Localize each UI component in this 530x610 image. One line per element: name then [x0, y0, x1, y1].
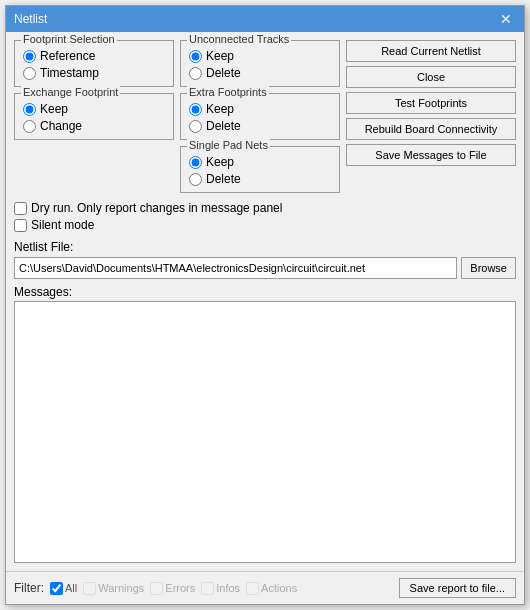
- single-pad-nets-label: Single Pad Nets: [187, 139, 270, 151]
- extra-footprints-group: Extra Footprints Keep Delete: [180, 93, 340, 140]
- footprint-selection-label: Footprint Selection: [21, 33, 117, 45]
- filter-infos-checkbox[interactable]: [201, 582, 214, 595]
- single-keep-option[interactable]: Keep: [189, 155, 331, 169]
- extra-keep-radio[interactable]: [189, 103, 202, 116]
- exchange-footprint-group: Exchange Footprint Keep Change: [14, 93, 174, 140]
- reference-radio[interactable]: [23, 50, 36, 63]
- rebuild-board-connectivity-button[interactable]: Rebuild Board Connectivity: [346, 118, 516, 140]
- filter-errors-checkbox[interactable]: [150, 582, 163, 595]
- extra-delete-radio[interactable]: [189, 120, 202, 133]
- close-button[interactable]: Close: [346, 66, 516, 88]
- filter-warnings-label: Warnings: [98, 582, 144, 594]
- single-keep-radio[interactable]: [189, 156, 202, 169]
- unconnected-delete-option[interactable]: Delete: [189, 66, 331, 80]
- exchange-keep-option[interactable]: Keep: [23, 102, 165, 116]
- unconnected-delete-label: Delete: [206, 66, 241, 80]
- extra-footprints-options: Keep Delete: [189, 102, 331, 133]
- messages-section: Messages:: [14, 285, 516, 563]
- read-current-netlist-button[interactable]: Read Current Netlist: [346, 40, 516, 62]
- netlist-dialog: Netlist ✕ Footprint Selection Reference: [5, 5, 525, 605]
- test-footprints-button[interactable]: Test Footprints: [346, 92, 516, 114]
- dialog-title: Netlist: [14, 12, 47, 26]
- timestamp-radio[interactable]: [23, 67, 36, 80]
- extra-keep-label: Keep: [206, 102, 234, 116]
- save-messages-to-file-button[interactable]: Save Messages to File: [346, 144, 516, 166]
- close-icon[interactable]: ✕: [496, 9, 516, 29]
- file-row: Browse: [14, 257, 516, 279]
- silent-mode-option[interactable]: Silent mode: [14, 218, 516, 232]
- unconnected-keep-label: Keep: [206, 49, 234, 63]
- unconnected-keep-radio[interactable]: [189, 50, 202, 63]
- messages-label: Messages:: [14, 285, 516, 299]
- timestamp-option[interactable]: Timestamp: [23, 66, 165, 80]
- single-keep-label: Keep: [206, 155, 234, 169]
- filter-actions-option[interactable]: Actions: [246, 582, 297, 595]
- filter-label: Filter:: [14, 581, 44, 595]
- filter-all-label: All: [65, 582, 77, 594]
- filter-infos-label: Infos: [216, 582, 240, 594]
- footprint-selection-options: Reference Timestamp: [23, 49, 165, 80]
- reference-option[interactable]: Reference: [23, 49, 165, 63]
- netlist-file-label: Netlist File:: [14, 240, 516, 254]
- timestamp-label: Timestamp: [40, 66, 99, 80]
- right-panel: Read Current Netlist Close Test Footprin…: [346, 40, 516, 193]
- single-pad-nets-options: Keep Delete: [189, 155, 331, 186]
- filter-infos-option[interactable]: Infos: [201, 582, 240, 595]
- unconnected-tracks-label: Unconnected Tracks: [187, 33, 291, 45]
- single-delete-radio[interactable]: [189, 173, 202, 186]
- checkbox-section: Dry run. Only report changes in message …: [14, 199, 516, 234]
- exchange-footprint-options: Keep Change: [23, 102, 165, 133]
- filter-errors-label: Errors: [165, 582, 195, 594]
- dry-run-label: Dry run. Only report changes in message …: [31, 201, 282, 215]
- single-delete-label: Delete: [206, 172, 241, 186]
- top-section: Footprint Selection Reference Timestamp: [14, 40, 516, 193]
- unconnected-delete-radio[interactable]: [189, 67, 202, 80]
- left-panel: Footprint Selection Reference Timestamp: [14, 40, 174, 193]
- extra-delete-label: Delete: [206, 119, 241, 133]
- netlist-file-input[interactable]: [14, 257, 457, 279]
- unconnected-keep-option[interactable]: Keep: [189, 49, 331, 63]
- netlist-file-section: Netlist File: Browse: [14, 240, 516, 279]
- exchange-change-option[interactable]: Change: [23, 119, 165, 133]
- filter-all-checkbox[interactable]: [50, 582, 63, 595]
- dry-run-option[interactable]: Dry run. Only report changes in message …: [14, 201, 516, 215]
- extra-footprints-label: Extra Footprints: [187, 86, 269, 98]
- filter-warnings-option[interactable]: Warnings: [83, 582, 144, 595]
- messages-area[interactable]: [14, 301, 516, 563]
- exchange-change-radio[interactable]: [23, 120, 36, 133]
- filter-actions-label: Actions: [261, 582, 297, 594]
- single-pad-nets-group: Single Pad Nets Keep Delete: [180, 146, 340, 193]
- exchange-change-label: Change: [40, 119, 82, 133]
- filter-errors-option[interactable]: Errors: [150, 582, 195, 595]
- dry-run-checkbox[interactable]: [14, 202, 27, 215]
- extra-delete-option[interactable]: Delete: [189, 119, 331, 133]
- bottom-bar: Filter: All Warnings Errors Infos Action…: [6, 571, 524, 604]
- middle-panel: Unconnected Tracks Keep Delete: [180, 40, 340, 193]
- silent-mode-checkbox[interactable]: [14, 219, 27, 232]
- main-content: Footprint Selection Reference Timestamp: [6, 32, 524, 571]
- extra-keep-option[interactable]: Keep: [189, 102, 331, 116]
- single-delete-option[interactable]: Delete: [189, 172, 331, 186]
- title-bar: Netlist ✕: [6, 6, 524, 32]
- exchange-footprint-label: Exchange Footprint: [21, 86, 120, 98]
- reference-label: Reference: [40, 49, 95, 63]
- save-report-button[interactable]: Save report to file...: [399, 578, 516, 598]
- filter-actions-checkbox[interactable]: [246, 582, 259, 595]
- silent-mode-label: Silent mode: [31, 218, 94, 232]
- browse-button[interactable]: Browse: [461, 257, 516, 279]
- unconnected-tracks-options: Keep Delete: [189, 49, 331, 80]
- exchange-keep-radio[interactable]: [23, 103, 36, 116]
- unconnected-tracks-group: Unconnected Tracks Keep Delete: [180, 40, 340, 87]
- filter-warnings-checkbox[interactable]: [83, 582, 96, 595]
- footprint-selection-group: Footprint Selection Reference Timestamp: [14, 40, 174, 87]
- exchange-keep-label: Keep: [40, 102, 68, 116]
- filter-all-option[interactable]: All: [50, 582, 77, 595]
